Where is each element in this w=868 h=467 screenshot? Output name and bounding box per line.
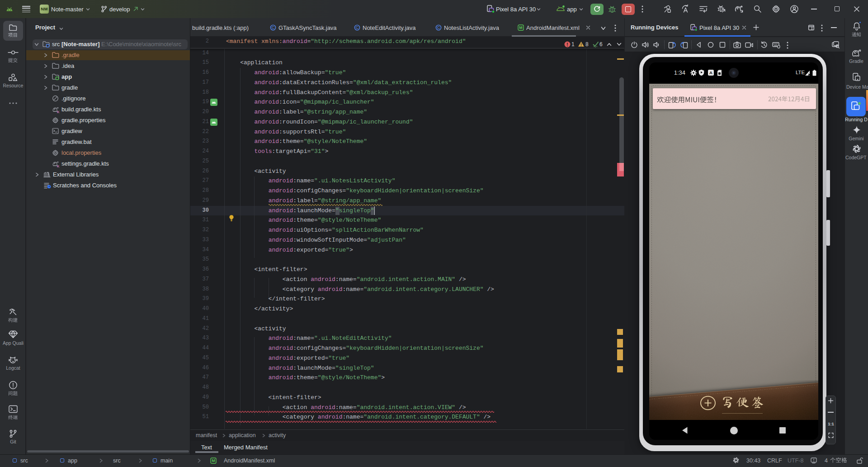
svg-text:K: K xyxy=(57,164,60,168)
svg-text:C: C xyxy=(437,25,440,30)
svg-text:C: C xyxy=(272,25,275,30)
svg-text:K: K xyxy=(57,110,60,114)
svg-text:M: M xyxy=(212,458,215,463)
svg-text:C: C xyxy=(356,25,359,30)
svg-text:M: M xyxy=(519,25,523,30)
svg-text:A: A xyxy=(709,70,712,75)
